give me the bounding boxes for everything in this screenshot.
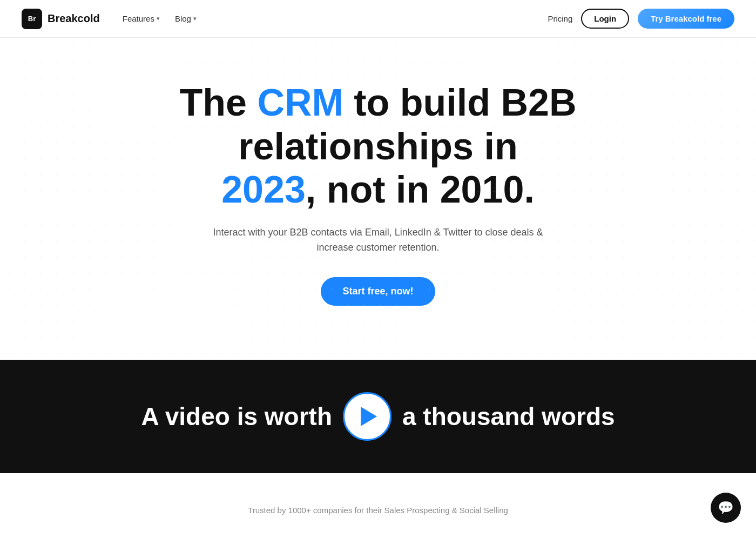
logo-deel: deel. <box>378 534 500 538</box>
logo-icon: Br <box>22 9 42 29</box>
logo-tweet-hunter: ✕ Tweet Hunter <box>135 536 256 538</box>
logo-name: Breakcold <box>48 12 100 25</box>
hero-title: The CRM to build B2B relationships in 20… <box>135 81 621 212</box>
video-text-before: A video is worth <box>141 402 332 431</box>
hero-subtitle: Interact with your B2B contacts via Emai… <box>194 225 562 256</box>
logo-deloitte: Deloitte. <box>256 535 378 538</box>
pricing-link[interactable]: Pricing <box>548 14 572 23</box>
hero-year-text: 2023 <box>221 169 306 211</box>
nav-left: Br Breakcold Features ▾ Blog ▾ <box>22 9 202 29</box>
video-banner: A video is worth a thousand words <box>0 360 756 473</box>
login-button[interactable]: Login <box>581 9 629 29</box>
chat-icon: 💬 <box>718 500 734 515</box>
logo-scalezia: 🌿 Scalezia <box>500 535 621 538</box>
chat-button[interactable]: 💬 <box>711 493 741 523</box>
hero-cta-button[interactable]: Start free, now! <box>321 277 435 306</box>
hero-section: The CRM to build B2B relationships in 20… <box>0 38 756 360</box>
trusted-section: Trusted by 1000+ companies for their Sal… <box>0 473 756 538</box>
chevron-down-icon: ▾ <box>193 15 197 22</box>
nav-features[interactable]: Features ▾ <box>117 11 165 26</box>
video-text-after: a thousand words <box>402 402 615 431</box>
play-button[interactable] <box>343 392 392 441</box>
logos-grid: ✕ Tweet Hunter Deloitte. deel. 🌿 Scalezi… <box>135 534 621 538</box>
chevron-down-icon: ▾ <box>157 15 160 22</box>
navigation: Br Breakcold Features ▾ Blog ▾ Pricing L… <box>0 0 756 38</box>
video-banner-text: A video is worth a thousand words <box>141 392 615 441</box>
logo[interactable]: Br Breakcold <box>22 9 100 29</box>
try-free-button[interactable]: Try Breakcold free <box>638 9 734 29</box>
hero-crm-text: CRM <box>257 82 343 124</box>
play-icon <box>361 407 377 426</box>
nav-links: Features ▾ Blog ▾ <box>117 11 202 26</box>
nav-blog[interactable]: Blog ▾ <box>170 11 202 26</box>
nav-right: Pricing Login Try Breakcold free <box>548 9 734 29</box>
trusted-label: Trusted by 1000+ companies for their Sal… <box>22 506 734 515</box>
